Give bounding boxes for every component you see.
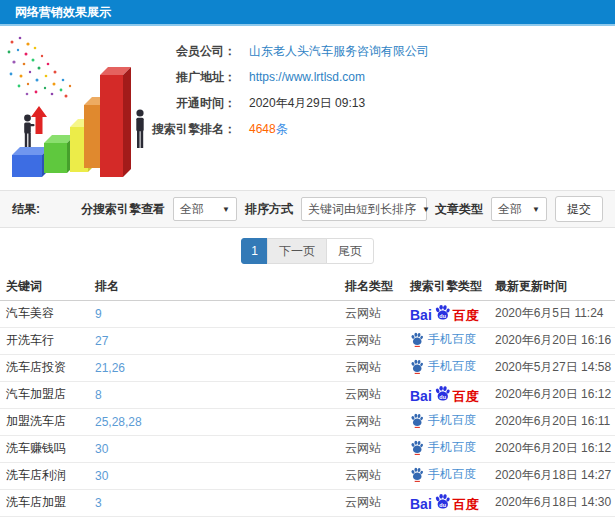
last-page-button[interactable]: 尾页 bbox=[326, 238, 374, 264]
updated-cell: 2020年6月20日 16:12 bbox=[495, 381, 615, 408]
mobile-baidu-label: 手机百度 bbox=[410, 412, 476, 429]
table-row: 洗车店投资 21,26 云网站 手机百度 2020年5月27日 14:58 bbox=[0, 354, 615, 381]
filter-bar: 结果: 分搜索引擎查看 全部 ▼ 排序方式 关键词由短到长排序 ▼ 文章类型 全… bbox=[0, 190, 615, 228]
info-row-company: 会员公司： 山东老人头汽车服务咨询有限公司 bbox=[78, 38, 429, 64]
engine-cell: 手机百度 bbox=[410, 327, 495, 354]
rank-cell: 21,26 bbox=[95, 354, 345, 381]
chevron-down-icon: ▼ bbox=[532, 205, 540, 214]
rank-link[interactable]: 21,26 bbox=[95, 361, 125, 375]
table-row: 汽车美容 9 云网站 Bai du 百度 2020年6月5日 11:24 bbox=[0, 300, 615, 327]
sort-filter-select[interactable]: 关键词由短到长排序 ▼ bbox=[301, 197, 427, 221]
info-row-rank-count: 搜索引擎排名： 4648条 bbox=[78, 116, 429, 142]
results-section-label: 结果: bbox=[12, 201, 40, 218]
businessman-left bbox=[24, 115, 34, 147]
engine-filter-label: 分搜索引擎查看 bbox=[81, 201, 165, 218]
rank-link[interactable]: 30 bbox=[95, 469, 108, 483]
rank-type-cell: 云网站 bbox=[345, 489, 410, 516]
header-keyword: 关键词 bbox=[0, 274, 95, 300]
svg-text:du: du bbox=[439, 502, 446, 508]
rank-cell: 3 bbox=[95, 489, 345, 516]
engine-cell: 手机百度 bbox=[410, 462, 495, 489]
keyword-cell: 汽车美容 bbox=[0, 300, 95, 327]
rank-type-cell: 云网站 bbox=[345, 327, 410, 354]
chevron-down-icon: ▼ bbox=[422, 205, 430, 214]
keyword-cell: 洗车赚钱吗 bbox=[0, 435, 95, 462]
sort-filter-label: 排序方式 bbox=[245, 201, 293, 218]
page-1-button[interactable]: 1 bbox=[241, 238, 268, 264]
article-type-label: 文章类型 bbox=[435, 201, 483, 218]
keyword-cell: 洗车店利润 bbox=[0, 462, 95, 489]
open-time-label: 开通时间： bbox=[78, 95, 236, 112]
rank-link[interactable]: 8 bbox=[95, 388, 102, 402]
header-updated: 最新更新时间 bbox=[495, 274, 615, 300]
baidu-paw-icon bbox=[410, 359, 424, 374]
svg-text:du: du bbox=[439, 394, 446, 400]
baidu-paw-icon bbox=[410, 467, 424, 482]
rank-link[interactable]: 9 bbox=[95, 307, 102, 321]
table-row: 加盟洗车店 25,28,28 云网站 手机百度 2020年6月20日 16:11 bbox=[0, 408, 615, 435]
baidu-logo: Bai du 百度 bbox=[410, 304, 479, 322]
baidu-paw-icon bbox=[410, 332, 424, 347]
table-row: 汽车加盟店 8 云网站 Bai du 百度 2020年6月20日 16:12 bbox=[0, 381, 615, 408]
top-section: 会员公司： 山东老人头汽车服务咨询有限公司 推广地址： https://www.… bbox=[0, 26, 615, 190]
baidu-paw-icon: du bbox=[433, 385, 452, 403]
mobile-baidu-label: 手机百度 bbox=[410, 358, 476, 375]
submit-button[interactable]: 提交 bbox=[555, 196, 603, 222]
mobile-baidu-label: 手机百度 bbox=[410, 466, 476, 483]
header-rank-type: 排名类型 bbox=[345, 274, 410, 300]
rank-cell: 30 bbox=[95, 462, 345, 489]
header-rank: 排名 bbox=[95, 274, 345, 300]
info-row-url: 推广地址： https://www.lrtlsd.com bbox=[78, 64, 429, 90]
open-time-value: 2020年4月29日 09:13 bbox=[249, 95, 365, 112]
table-row: 洗车店加盟 3 云网站 Bai du 百度 2020年6月18日 14:30 bbox=[0, 489, 615, 516]
svg-text:du: du bbox=[439, 313, 446, 319]
keyword-cell: 洗车店投资 bbox=[0, 354, 95, 381]
rank-link[interactable]: 25,28,28 bbox=[95, 415, 142, 429]
next-page-button[interactable]: 下一页 bbox=[267, 238, 327, 264]
rank-link[interactable]: 30 bbox=[95, 442, 108, 456]
up-arrow-icon bbox=[31, 106, 47, 134]
rank-type-cell: 云网站 bbox=[345, 435, 410, 462]
engine-filter-select[interactable]: 全部 ▼ bbox=[173, 197, 237, 221]
filter-controls: 分搜索引擎查看 全部 ▼ 排序方式 关键词由短到长排序 ▼ 文章类型 全部 ▼ … bbox=[81, 196, 603, 222]
company-link[interactable]: 山东老人头汽车服务咨询有限公司 bbox=[249, 44, 429, 58]
updated-cell: 2020年6月20日 16:12 bbox=[495, 435, 615, 462]
updated-cell: 2020年6月20日 16:16 bbox=[495, 327, 615, 354]
updated-cell: 2020年6月18日 14:27 bbox=[495, 462, 615, 489]
article-type-select[interactable]: 全部 ▼ bbox=[491, 197, 547, 221]
updated-cell: 2020年6月18日 14:30 bbox=[495, 489, 615, 516]
rank-type-cell: 云网站 bbox=[345, 462, 410, 489]
keyword-cell: 加盟洗车店 bbox=[0, 408, 95, 435]
baidu-paw-icon bbox=[410, 440, 424, 455]
baidu-paw-icon bbox=[410, 413, 424, 428]
info-row-open-time: 开通时间： 2020年4月29日 09:13 bbox=[78, 90, 429, 116]
promo-url-label: 推广地址： bbox=[78, 69, 236, 86]
sort-filter-value: 关键词由短到长排序 bbox=[308, 201, 416, 218]
engine-cell: 手机百度 bbox=[410, 354, 495, 381]
keyword-cell: 洗车店加盟 bbox=[0, 489, 95, 516]
table-row: 开洗车行 27 云网站 手机百度 2020年6月20日 16:16 bbox=[0, 327, 615, 354]
mobile-baidu-label: 手机百度 bbox=[410, 331, 476, 348]
baidu-paw-icon: du bbox=[433, 304, 452, 322]
member-info: 会员公司： 山东老人头汽车服务咨询有限公司 推广地址： https://www.… bbox=[78, 38, 429, 142]
baidu-paw-icon: du bbox=[433, 493, 452, 511]
rank-cell: 8 bbox=[95, 381, 345, 408]
rank-count-number: 4648 bbox=[249, 122, 276, 136]
promo-url-link[interactable]: https://www.lrtlsd.com bbox=[249, 70, 365, 84]
rank-type-cell: 云网站 bbox=[345, 408, 410, 435]
updated-cell: 2020年6月20日 16:11 bbox=[495, 408, 615, 435]
updated-cell: 2020年5月27日 14:58 bbox=[495, 354, 615, 381]
confetti-dots bbox=[8, 37, 72, 98]
rank-type-cell: 云网站 bbox=[345, 381, 410, 408]
table-header-row: 关键词 排名 排名类型 搜索引擎类型 最新更新时间 bbox=[0, 274, 615, 300]
rank-cell: 9 bbox=[95, 300, 345, 327]
engine-cell: Bai du 百度 bbox=[410, 381, 495, 408]
table-row: 洗车赚钱吗 30 云网站 手机百度 2020年6月20日 16:12 bbox=[0, 435, 615, 462]
page-title: 网络营销效果展示 bbox=[15, 4, 111, 21]
baidu-logo: Bai du 百度 bbox=[410, 493, 479, 511]
rank-link[interactable]: 3 bbox=[95, 496, 102, 510]
pagination-area: 1 下一页 尾页 bbox=[0, 228, 615, 274]
rank-link[interactable]: 27 bbox=[95, 334, 108, 348]
rank-cell: 30 bbox=[95, 435, 345, 462]
mobile-baidu-label: 手机百度 bbox=[410, 439, 476, 456]
